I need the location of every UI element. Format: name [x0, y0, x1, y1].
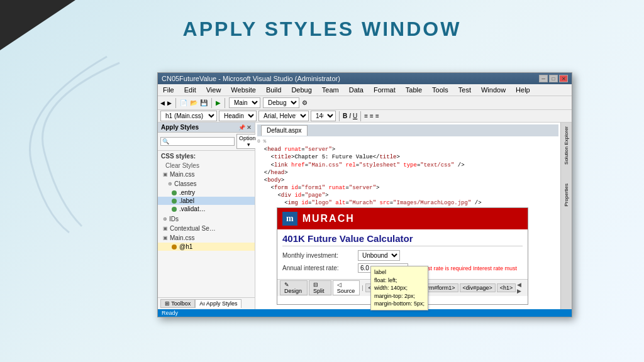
arc-decoration — [19, 50, 132, 239]
menu-website[interactable]: Website — [228, 85, 258, 94]
status-text: Ready — [162, 310, 178, 316]
validat-style-item[interactable]: .validat… — [158, 205, 255, 213]
vs-toolbar1: ◀ ▶ 📄 📂 💾 ▶ Main Debug ⚙ — [158, 96, 572, 110]
menu-format[interactable]: Format — [371, 85, 398, 94]
vs-window-title: CN05FutureValue - Microsoft Visual Studi… — [162, 75, 340, 82]
scroll-arrows[interactable]: ◀ ▶ — [517, 282, 525, 294]
italic-button[interactable]: I — [349, 112, 351, 119]
align-center-icon[interactable]: ≡ — [370, 112, 374, 119]
minimize-button[interactable]: ─ — [539, 75, 548, 82]
panel-titlebar: Apply Styles 📌 ✕ — [158, 123, 255, 133]
label-style-item[interactable]: .label — [158, 197, 255, 205]
debug-dropdown[interactable]: Debug — [263, 97, 299, 108]
restore-button[interactable]: □ — [549, 75, 558, 82]
code-line-7: <div id="page"> — [257, 192, 558, 199]
align-right-icon[interactable]: ≡ — [375, 112, 379, 119]
toolbar-sep2 — [211, 98, 212, 108]
styles-search-input[interactable] — [160, 137, 235, 146]
toolbar-icon-settings[interactable]: ⚙ — [302, 99, 308, 106]
panel-title: Apply Styles — [161, 124, 199, 131]
h1-style-item[interactable]: @h1 — [158, 243, 255, 251]
editor-tabs: Default.aspx — [257, 124, 558, 136]
config-dropdown[interactable]: Main — [229, 97, 260, 108]
toolbar-sep1 — [175, 98, 176, 108]
menu-data[interactable]: Data — [347, 85, 366, 94]
bold-button[interactable]: B — [343, 112, 347, 119]
path-sep: | — [362, 285, 363, 291]
label-dot — [172, 199, 177, 204]
vs-titlebar-controls: ─ □ ✕ — [539, 75, 568, 82]
menu-view[interactable]: View — [204, 85, 224, 94]
vs-toolbar2: h1 (Main.css) Heading 1 Arial, Helvetica… — [158, 110, 572, 123]
toolbar-icon-run[interactable]: ▶ — [216, 99, 221, 106]
size-dropdown[interactable]: 140% — [311, 111, 336, 121]
toolbox-tab[interactable]: ⊞ Toolbox — [160, 299, 195, 308]
entry-style-item[interactable]: .entry — [158, 189, 255, 197]
panel-spacer — [158, 251, 255, 297]
tooltip-line-2: float: left; — [374, 277, 425, 285]
menu-tools[interactable]: Tools — [430, 85, 451, 94]
panel-close-icon[interactable]: ✕ — [247, 124, 252, 131]
corner-decoration — [0, 0, 75, 50]
ids-section[interactable]: ⊕ IDs — [158, 214, 255, 224]
underline-button[interactable]: U — [353, 112, 357, 119]
design-tab[interactable]: ✎ Design — [280, 280, 308, 295]
ids-label: IDs — [169, 216, 179, 222]
menu-team[interactable]: Team — [319, 85, 341, 94]
toolbar-icon-new[interactable]: 📄 — [180, 99, 187, 106]
align-left-icon[interactable]: ≡ — [364, 112, 368, 119]
font-dropdown[interactable]: Arial, Helvetica, s. — [258, 111, 309, 121]
path-h1[interactable]: <h1> — [497, 283, 516, 292]
css-styles-label: CSS styles: — [158, 151, 255, 162]
css-dropdown[interactable]: h1 (Main.css) — [160, 111, 217, 121]
editor-tab-active[interactable]: Default.aspx — [261, 125, 308, 136]
h1-dot — [172, 244, 177, 250]
menu-edit[interactable]: Edit — [182, 85, 199, 94]
murach-brand: MURACH — [303, 213, 355, 224]
menu-help[interactable]: Help — [513, 85, 533, 94]
menu-table[interactable]: Table — [403, 85, 425, 94]
preview-form-row-1: Monthly investment: Unbound — [282, 250, 523, 261]
maincss-label: Main.css — [170, 171, 194, 178]
editor-scroll-indicator: 0 % — [257, 138, 558, 145]
split-tab[interactable]: ⊟ Split — [309, 280, 331, 295]
toolbar-icon-open[interactable]: 📂 — [190, 99, 197, 106]
preview-header: m MURACH — [277, 208, 528, 229]
menu-build[interactable]: Build — [264, 85, 284, 94]
panel-titlebar-controls: 📌 ✕ — [238, 124, 252, 131]
monthly-investment-label: Monthly investment: — [282, 252, 358, 259]
properties-tab[interactable]: Properties — [562, 181, 570, 209]
panel-toolbar: Options ▾ — [158, 133, 255, 151]
page-title: APPLY STYLES WINDOW — [0, 0, 644, 41]
toolbar-icon-forward[interactable]: ▶ — [167, 100, 172, 106]
toolbar-icon-back[interactable]: ◀ — [160, 100, 165, 106]
code-line-1: <head runat="server"> — [257, 146, 558, 153]
validat-label: .validat… — [179, 206, 206, 212]
classes-section[interactable]: ⊕ Classes — [158, 179, 255, 189]
entry-dot — [172, 190, 177, 195]
menu-test[interactable]: Test — [456, 85, 474, 94]
close-button[interactable]: ✕ — [559, 75, 568, 82]
code-line-6: <form id="form1" runat="server"> — [257, 184, 558, 192]
maincss-section[interactable]: ▣ Main.css — [158, 170, 255, 179]
clear-styles-item[interactable]: Clear Styles — [158, 162, 255, 170]
tooltip-line-4: margin-top: 2px; — [374, 292, 425, 300]
panel-pin-icon[interactable]: 📌 — [238, 124, 245, 131]
source-tab[interactable]: ◁ Source — [333, 280, 360, 295]
contextual-section[interactable]: ▣ Contextual Se… — [158, 224, 255, 233]
maincss2-label: Main.css — [170, 234, 194, 241]
apply-styles-tab[interactable]: Aı Apply Styles — [195, 299, 242, 308]
menu-file[interactable]: File — [160, 85, 177, 94]
maincss2-section[interactable]: ▣ Main.css — [158, 233, 255, 243]
code-line-2: <title>Chapter 5: Future Value</title> — [257, 153, 558, 161]
tooltip-line-3: width: 140px; — [374, 284, 425, 292]
toolbar-icon-save[interactable]: 💾 — [200, 99, 208, 106]
apply-styles-panel: Apply Styles 📌 ✕ Options ▾ CSS styles: C… — [158, 123, 255, 309]
menu-debug[interactable]: Debug — [289, 85, 314, 94]
heading-dropdown[interactable]: Heading 1 — [219, 111, 257, 121]
menu-window[interactable]: Window — [479, 85, 508, 94]
label-label: .label — [179, 197, 194, 204]
monthly-investment-select[interactable]: Unbound — [358, 250, 400, 261]
path-div[interactable]: <div#page> — [460, 283, 496, 292]
solution-explorer-tab[interactable]: Solution Explorer — [562, 124, 570, 167]
